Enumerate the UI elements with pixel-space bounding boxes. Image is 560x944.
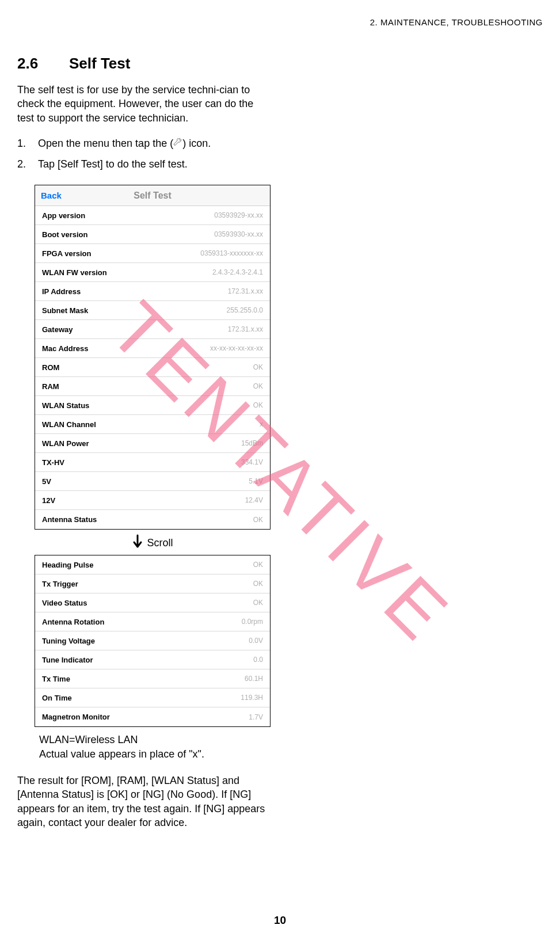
step-1: 1. Open the menu then tap the () icon. — [17, 135, 543, 153]
row-label: Antenna Status — [42, 515, 97, 524]
step-2: 2. Tap [Self Test] to do the self test. — [17, 156, 543, 173]
footnote-line: Actual value appears in place of "x". — [39, 747, 543, 761]
row-label: Gateway — [42, 325, 73, 334]
row-label: Antenna Rotation — [42, 618, 104, 626]
table-row: Antenna StatusOK — [35, 510, 270, 529]
arrow-down-icon — [132, 534, 143, 551]
table-row: Tune Indicator0.0 — [35, 650, 270, 669]
scroll-label: Scroll — [147, 537, 173, 549]
table-row: Gateway172.31.x.xx — [35, 320, 270, 339]
table-row: Antenna Rotation0.0rpm — [35, 612, 270, 631]
wrench-icon — [173, 136, 182, 153]
section-name: Self Test — [69, 55, 130, 72]
table-row: Tx TriggerOK — [35, 574, 270, 593]
table-row: RAMOK — [35, 377, 270, 396]
row-value: x — [260, 420, 263, 428]
row-label: 5V — [42, 477, 51, 486]
row-label: FPGA version — [42, 249, 91, 258]
row-value: 0359313-xxxxxxx-xx — [200, 249, 263, 257]
self-test-panel-2: Heading PulseOKTx TriggerOKVideo StatusO… — [35, 555, 271, 727]
table-row: TX-HV334.1V — [35, 453, 270, 472]
row-label: WLAN Channel — [42, 420, 96, 429]
table-row: Heading PulseOK — [35, 555, 270, 574]
table-row: WLAN FW version2.4.3-2.4.3-2.4.1 — [35, 263, 270, 282]
table-row: Boot version03593930-xx.xx — [35, 225, 270, 244]
row-value: 0.0V — [249, 637, 263, 645]
row-label: On Time — [42, 694, 72, 702]
table-row: FPGA version0359313-xxxxxxx-xx — [35, 244, 270, 263]
row-label: WLAN Status — [42, 401, 89, 410]
row-label: Tune Indicator — [42, 656, 93, 664]
row-value: OK — [253, 599, 263, 607]
row-value: 5.1V — [249, 477, 263, 485]
table-row: WLAN Power15dBm — [35, 434, 270, 453]
row-label: Magnetron Monitor — [42, 713, 110, 721]
table-row: 5V5.1V — [35, 472, 270, 491]
row-value: 255.255.0.0 — [227, 306, 263, 314]
result-paragraph: The result for [ROM], [RAM], [WLAN Statu… — [17, 774, 276, 829]
footnote: WLAN=Wireless LAN Actual value appears i… — [39, 733, 543, 761]
row-value: 60.1H — [245, 675, 263, 683]
table-row: ROMOK — [35, 358, 270, 377]
panel-rows: Heading PulseOKTx TriggerOKVideo StatusO… — [35, 555, 270, 726]
row-value: OK — [253, 580, 263, 588]
row-value: OK — [253, 382, 263, 390]
row-value: 0.0rpm — [242, 618, 263, 626]
row-value: 1.7V — [249, 713, 263, 721]
steps-list: 1. Open the menu then tap the () icon. 2… — [17, 135, 543, 172]
row-label: ROM — [42, 363, 59, 372]
intro-paragraph: The self test is for use by the service … — [17, 83, 265, 125]
table-row: WLAN StatusOK — [35, 396, 270, 415]
panel-header: Back Self Test — [35, 185, 270, 206]
table-row: App version03593929-xx.xx — [35, 206, 270, 225]
row-value: OK — [253, 363, 263, 371]
section-number: 2.6 — [17, 55, 69, 73]
panel-title: Self Test — [134, 191, 172, 201]
table-row: Mac Addressxx-xx-xx-xx-xx-xx — [35, 339, 270, 358]
row-label: Heading Pulse — [42, 561, 94, 569]
table-row: 12V12.4V — [35, 491, 270, 510]
row-label: IP Address — [42, 287, 81, 296]
row-value: 15dBm — [241, 439, 263, 447]
section-title: 2.6Self Test — [17, 55, 543, 73]
row-label: Mac Address — [42, 344, 88, 353]
row-value: 172.31.x.xx — [228, 287, 263, 295]
table-row: IP Address172.31.x.xx — [35, 282, 270, 301]
chapter-header: 2. MAINTENANCE, TROUBLESHOOTING — [370, 17, 543, 27]
back-button[interactable]: Back — [41, 191, 62, 200]
row-value: xx-xx-xx-xx-xx-xx — [210, 344, 263, 352]
row-value: 172.31.x.xx — [228, 325, 263, 333]
row-value: 03593930-xx.xx — [214, 230, 263, 238]
table-row: Video StatusOK — [35, 593, 270, 612]
row-label: Tx Time — [42, 675, 70, 683]
row-label: Subnet Mask — [42, 306, 88, 315]
row-value: 03593929-xx.xx — [214, 211, 263, 219]
row-value: 334.1V — [241, 458, 263, 466]
row-label: App version — [42, 211, 85, 220]
row-label: WLAN Power — [42, 439, 89, 448]
step-number: 1. — [17, 135, 38, 153]
row-value: 0.0 — [253, 656, 263, 664]
panel-rows: App version03593929-xx.xxBoot version035… — [35, 206, 270, 529]
row-label: WLAN FW version — [42, 268, 107, 277]
row-label: 12V — [42, 496, 55, 505]
row-label: Tuning Voltage — [42, 637, 95, 645]
step-text: Open the menu then tap the () icon. — [38, 135, 211, 153]
table-row: Magnetron Monitor1.7V — [35, 707, 270, 726]
table-row: Tx Time60.1H — [35, 669, 270, 688]
row-value: 119.3H — [241, 694, 263, 702]
row-label: Boot version — [42, 230, 87, 239]
scroll-hint: Scroll — [35, 530, 271, 555]
row-value: OK — [253, 516, 263, 524]
step-number: 2. — [17, 156, 38, 173]
row-label: Video Status — [42, 599, 87, 607]
table-row: Subnet Mask255.255.0.0 — [35, 301, 270, 320]
page-number: 10 — [274, 914, 286, 927]
self-test-panel-1: Back Self Test App version03593929-xx.xx… — [35, 185, 271, 530]
row-value: OK — [253, 401, 263, 409]
table-row: On Time119.3H — [35, 688, 270, 707]
row-value: 12.4V — [245, 496, 263, 504]
row-label: TX-HV — [42, 458, 64, 467]
table-row: Tuning Voltage0.0V — [35, 631, 270, 650]
row-label: RAM — [42, 382, 59, 391]
